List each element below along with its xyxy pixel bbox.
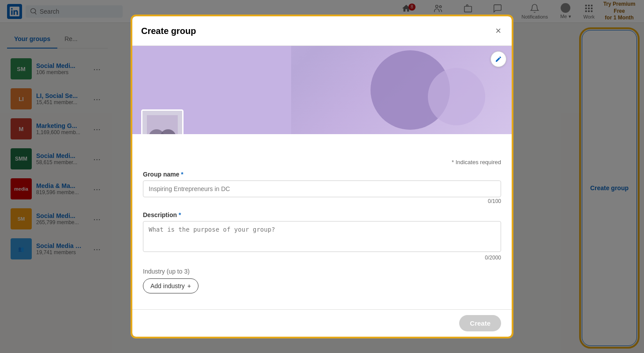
group-name-label: Group name * bbox=[143, 171, 501, 178]
modal-header: Create group × bbox=[132, 16, 512, 46]
group-banner bbox=[132, 46, 512, 134]
add-industry-button[interactable]: Add industry + bbox=[143, 278, 198, 293]
modal-title: Create group bbox=[141, 26, 196, 36]
group-logo-area bbox=[141, 109, 183, 134]
description-input[interactable] bbox=[143, 221, 501, 252]
modal-overlay: Create group × bbox=[0, 0, 644, 353]
description-char-count: 0/2000 bbox=[143, 255, 501, 261]
group-name-char-count: 0/100 bbox=[143, 198, 501, 204]
create-button[interactable]: Create bbox=[459, 315, 501, 331]
description-label: Description * bbox=[143, 211, 501, 218]
create-group-modal: Create group × bbox=[132, 16, 512, 337]
group-name-field-group: Group name * 0/100 bbox=[143, 171, 501, 204]
modal-form: * Indicates required Group name * 0/100 … bbox=[132, 148, 512, 309]
group-name-input[interactable] bbox=[143, 180, 501, 197]
modal-footer: Create bbox=[132, 309, 512, 337]
banner-edit-button[interactable] bbox=[490, 51, 506, 67]
add-industry-label: Add industry bbox=[150, 282, 185, 289]
required-note: * Indicates required bbox=[143, 159, 501, 165]
industry-field-group: Industry (up to 3) Add industry + bbox=[143, 268, 501, 293]
group-logo-box bbox=[141, 109, 183, 134]
industry-label: Industry (up to 3) bbox=[143, 268, 501, 275]
add-industry-icon: + bbox=[187, 282, 191, 289]
description-field-group: Description * 0/2000 bbox=[143, 211, 501, 261]
modal-close-button[interactable]: × bbox=[494, 23, 503, 38]
banner-circle-small bbox=[428, 68, 485, 125]
